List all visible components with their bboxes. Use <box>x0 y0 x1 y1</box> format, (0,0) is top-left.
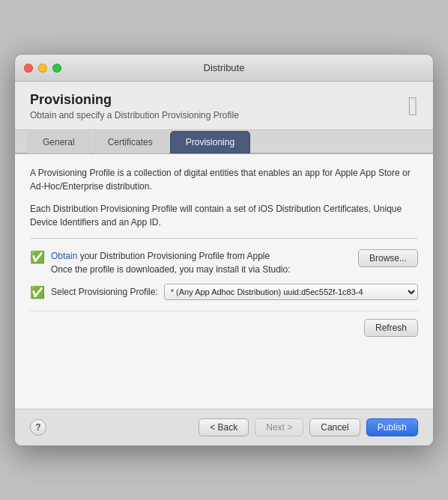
profile-select[interactable]: * (Any App Adhoc Distribution) uuid:d5ec… <box>164 284 418 300</box>
cancel-button[interactable]: Cancel <box>309 418 360 436</box>
apple-logo-icon:  <box>408 93 418 120</box>
refresh-button[interactable]: Refresh <box>364 319 418 337</box>
browse-button-container: Browse... <box>358 249 418 267</box>
close-button[interactable] <box>24 64 33 73</box>
publish-button[interactable]: Publish <box>366 418 418 436</box>
header-section: Provisioning Obtain and specify a Distri… <box>15 82 433 130</box>
obtain-row: ✅ Obtain your Distribution Provisioning … <box>30 249 418 276</box>
help-button[interactable]: ? <box>30 419 46 436</box>
content-area: Provisioning Obtain and specify a Distri… <box>15 82 433 409</box>
description-1: A Provisioning Profile is a collection o… <box>30 166 418 193</box>
tab-general[interactable]: General <box>27 131 91 153</box>
select-profile-row: ✅ Select Provisioning Profile: * (Any Ap… <box>30 284 418 300</box>
back-button[interactable]: < Back <box>199 418 249 436</box>
footer: ? < Back Next > Cancel Publish <box>15 409 433 445</box>
titlebar: Distribute <box>15 55 433 82</box>
check-icon-1: ✅ <box>30 250 45 264</box>
obtain-text: Obtain your Distribution Provisioning Pr… <box>51 249 352 276</box>
window-title: Distribute <box>204 62 245 73</box>
tab-provisioning[interactable]: Provisioning <box>170 131 250 153</box>
window-controls <box>24 64 61 73</box>
page-title: Provisioning <box>30 92 239 108</box>
description-2: Each Distribution Provisioning Profile w… <box>30 202 418 229</box>
main-window: Distribute Provisioning Obtain and speci… <box>14 54 434 446</box>
browse-button[interactable]: Browse... <box>358 249 418 267</box>
next-button[interactable]: Next > <box>255 418 303 436</box>
check-icon-2: ✅ <box>30 285 45 299</box>
page-subtitle: Obtain and specify a Distribution Provis… <box>30 110 239 121</box>
header-text: Provisioning Obtain and specify a Distri… <box>30 92 239 121</box>
tabs-bar: General Certificates Provisioning <box>15 130 433 154</box>
obtain-link[interactable]: Obtain <box>51 251 77 261</box>
minimize-button[interactable] <box>38 64 47 73</box>
maximize-button[interactable] <box>52 64 61 73</box>
main-content: A Provisioning Profile is a collection o… <box>15 154 433 409</box>
tab-certificates[interactable]: Certificates <box>92 131 169 153</box>
footer-buttons: < Back Next > Cancel Publish <box>199 418 418 436</box>
divider-1 <box>30 238 418 239</box>
select-profile-label: Select Provisioning Profile: <box>51 287 158 297</box>
refresh-area: Refresh <box>30 311 418 337</box>
